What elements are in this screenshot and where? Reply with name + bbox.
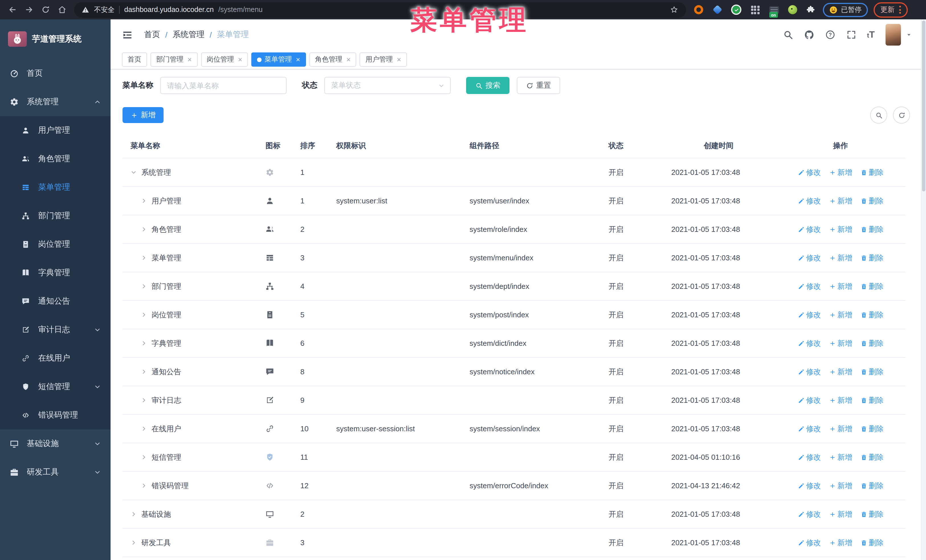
- add-link[interactable]: 新增: [829, 509, 852, 519]
- browser-menu-icon[interactable]: [899, 6, 901, 14]
- breadcrumb-system[interactable]: 系统管理: [172, 30, 204, 40]
- browser-update-button[interactable]: 更新: [873, 2, 908, 17]
- bookmark-star-icon[interactable]: [670, 5, 679, 14]
- expand-arrow-icon[interactable]: [141, 226, 147, 232]
- add-link[interactable]: 新增: [829, 452, 852, 462]
- edit-link[interactable]: 修改: [797, 452, 821, 462]
- tab-close-icon[interactable]: ×: [397, 56, 401, 63]
- expand-arrow-icon[interactable]: [141, 397, 147, 403]
- delete-link[interactable]: 删除: [860, 309, 884, 320]
- sidebar-item[interactable]: 在线用户: [0, 344, 110, 373]
- add-link[interactable]: 新增: [829, 537, 852, 548]
- add-link[interactable]: 新增: [829, 167, 852, 177]
- expand-arrow-icon[interactable]: [141, 368, 147, 375]
- delete-link[interactable]: 删除: [860, 281, 884, 291]
- tab[interactable]: 角色管理 ×: [309, 53, 356, 66]
- search-button[interactable]: 搜索: [466, 77, 510, 94]
- tab[interactable]: 部门管理 ×: [150, 53, 197, 66]
- expand-arrow-icon[interactable]: [141, 312, 147, 318]
- expand-arrow-icon[interactable]: [141, 426, 147, 432]
- sidebar-item[interactable]: 研发工具: [0, 458, 110, 486]
- github-icon[interactable]: [804, 30, 814, 40]
- add-link[interactable]: 新增: [829, 224, 852, 234]
- edit-link[interactable]: 修改: [797, 338, 821, 349]
- edit-link[interactable]: 修改: [797, 196, 821, 206]
- add-link[interactable]: 新增: [829, 367, 852, 377]
- tab[interactable]: 用户管理 ×: [360, 53, 407, 66]
- delete-link[interactable]: 删除: [860, 424, 884, 434]
- help-icon[interactable]: [825, 30, 835, 40]
- sidebar-item[interactable]: 角色管理: [0, 145, 110, 173]
- status-select[interactable]: 菜单状态: [324, 77, 451, 94]
- add-link[interactable]: 新增: [829, 424, 852, 434]
- expand-arrow-icon[interactable]: [130, 539, 137, 546]
- sidebar-item[interactable]: 首页: [0, 59, 110, 88]
- edit-link[interactable]: 修改: [797, 309, 821, 320]
- add-link[interactable]: 新增: [829, 309, 852, 320]
- browser-home-button[interactable]: [54, 2, 70, 17]
- expand-arrow-icon[interactable]: [130, 511, 137, 517]
- add-link[interactable]: 新增: [829, 395, 852, 405]
- edit-link[interactable]: 修改: [797, 537, 821, 548]
- app-logo[interactable]: 芋道管理系统: [0, 20, 110, 54]
- browser-forward-button[interactable]: [21, 2, 36, 17]
- add-link[interactable]: 新增: [829, 480, 852, 491]
- sidebar-item[interactable]: 审计日志: [0, 315, 110, 344]
- sidebar-item[interactable]: 短信管理: [0, 373, 110, 401]
- expand-arrow-icon[interactable]: [141, 340, 147, 346]
- edit-link[interactable]: 修改: [797, 253, 821, 263]
- edit-link[interactable]: 修改: [797, 281, 821, 291]
- extension-donut-icon[interactable]: [693, 4, 704, 15]
- extension-grid-icon[interactable]: [749, 4, 761, 15]
- tab[interactable]: 菜单管理 ×: [251, 53, 306, 66]
- sidebar-item[interactable]: 字典管理: [0, 259, 110, 287]
- sidebar-item[interactable]: 菜单管理: [0, 173, 110, 202]
- extension-gem-icon[interactable]: [712, 4, 723, 15]
- tab[interactable]: 首页 ×: [122, 53, 147, 66]
- delete-link[interactable]: 删除: [860, 395, 884, 405]
- tab-close-icon[interactable]: ×: [238, 56, 242, 63]
- sidebar-item[interactable]: 部门管理: [0, 202, 110, 230]
- reset-button[interactable]: 重置: [517, 77, 560, 94]
- expand-arrow-icon[interactable]: [141, 255, 147, 261]
- delete-link[interactable]: 删除: [860, 537, 884, 548]
- add-link[interactable]: 新增: [829, 196, 852, 206]
- sidebar-item[interactable]: 通知公告: [0, 287, 110, 315]
- avatar[interactable]: [885, 24, 901, 45]
- collapse-sidebar-icon[interactable]: [122, 29, 133, 40]
- add-link[interactable]: 新增: [829, 281, 852, 291]
- fullscreen-icon[interactable]: [846, 30, 856, 40]
- browser-back-button[interactable]: [5, 2, 20, 17]
- extension-frog-icon[interactable]: [787, 4, 798, 15]
- delete-link[interactable]: 删除: [860, 338, 884, 349]
- edit-link[interactable]: 修改: [797, 367, 821, 377]
- refresh-table-button[interactable]: [893, 107, 910, 124]
- delete-link[interactable]: 删除: [860, 167, 884, 177]
- address-bar[interactable]: 不安全 dashboard.yudao.iocoder.cn/system/me…: [74, 2, 686, 17]
- tab-close-icon[interactable]: ×: [346, 56, 351, 63]
- profile-paused-chip[interactable]: 已暂停: [823, 3, 868, 17]
- delete-link[interactable]: 删除: [860, 224, 884, 234]
- sidebar-item[interactable]: 系统管理: [0, 88, 110, 116]
- edit-link[interactable]: 修改: [797, 167, 821, 177]
- caret-down-icon[interactable]: [905, 31, 912, 38]
- search-icon[interactable]: [783, 30, 793, 40]
- tab[interactable]: 岗位管理 ×: [201, 53, 248, 66]
- breadcrumb-home[interactable]: 首页: [144, 30, 160, 40]
- sidebar-item[interactable]: 基础设施: [0, 430, 110, 458]
- puzzle-icon[interactable]: [806, 4, 817, 15]
- sidebar-item[interactable]: 错误码管理: [0, 401, 110, 430]
- edit-link[interactable]: 修改: [797, 224, 821, 234]
- delete-link[interactable]: 删除: [860, 509, 884, 519]
- sidebar-item[interactable]: 用户管理: [0, 116, 110, 145]
- edit-link[interactable]: 修改: [797, 395, 821, 405]
- expand-arrow-icon[interactable]: [141, 283, 147, 290]
- font-size-icon[interactable]: tT: [867, 30, 875, 39]
- expand-arrow-icon[interactable]: [141, 198, 147, 204]
- sidebar-item[interactable]: 岗位管理: [0, 230, 110, 259]
- page-scrollbar-thumb[interactable]: [922, 21, 925, 192]
- delete-link[interactable]: 删除: [860, 452, 884, 462]
- expand-arrow-icon[interactable]: [141, 454, 147, 460]
- expand-arrow-icon[interactable]: [130, 169, 137, 175]
- tab-close-icon[interactable]: ×: [296, 56, 300, 63]
